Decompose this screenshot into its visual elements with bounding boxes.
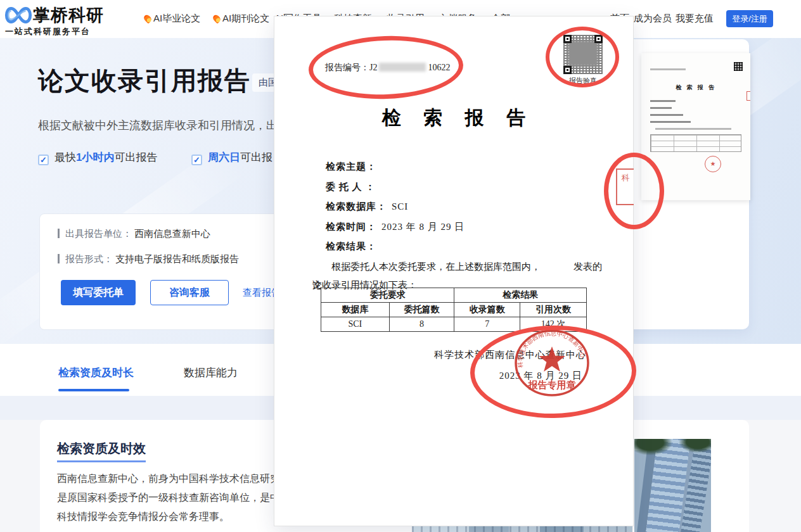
info-label: 报告形式：: [65, 253, 113, 264]
nav-item-membership[interactable]: 成为会员: [634, 13, 672, 25]
report-number-label: 报告编号：: [325, 63, 369, 72]
thumb-stamp-icon: ★: [705, 156, 721, 172]
paragraph-line: 科技情报学会竞争情报分会常务理事。: [57, 507, 311, 526]
section-paragraph: 西南信息查新中心，前身为中国科学技术信息研究所重 是原国家科委授予的一级科技查新…: [57, 469, 311, 526]
thumb-table: [650, 134, 741, 152]
field-label: 检索时间：: [326, 222, 376, 232]
report-number-prefix: J2: [369, 63, 377, 72]
logo-subtitle: 一站式科研服务平台: [5, 26, 91, 37]
info-row-format: 报告形式：支持电子版报告和纸质版报告: [58, 253, 239, 265]
contact-support-button[interactable]: 咨询客服: [150, 280, 229, 305]
feature-text: 可出报: [240, 151, 272, 163]
redacted-blur: [379, 63, 426, 72]
field-result: 检索结果：: [326, 241, 381, 253]
field-date: 检索时间：2023 年 8 月 29 日: [326, 221, 465, 233]
paragraph-line: 西南信息查新中心，前身为中国科学技术信息研究所重: [57, 469, 311, 488]
page-description: 根据文献被中外主流数据库收录和引用情况，出具证: [38, 118, 300, 133]
nav-item-ai-journal[interactable]: AI期刊论文: [214, 13, 269, 25]
page-title: 论文收录引用报告: [38, 63, 251, 98]
flame-icon: [212, 13, 222, 23]
bullet-bar: [58, 254, 60, 263]
report-number-line: 报告编号：J210622: [325, 62, 450, 73]
official-stamp-seal-icon: 科学技术部西南信息中心查新中心 报告专用章: [513, 327, 591, 398]
col-header: 引用次数: [520, 303, 587, 317]
thumb-paging-seal-icon: [747, 91, 750, 101]
field-label: 检索主题：: [326, 162, 376, 172]
info-label: 出具报告单位：: [65, 228, 132, 239]
field-value: 2023 年 8 月 29 日: [381, 222, 465, 232]
foliage: [679, 439, 711, 453]
report-lightbox-modal: 报告编号：J210622 报告验真 检 索 报 告 检索主题： 委 托 人 ： …: [274, 16, 634, 526]
feature-text: 最快: [54, 151, 76, 163]
info-value: 支持电子版报告和纸质版报告: [115, 253, 239, 264]
thumb-line: [655, 128, 731, 130]
svg-text:报告专用章: 报告专用章: [528, 379, 576, 390]
tab-qualification[interactable]: 检索资质及时长: [58, 365, 134, 380]
thumb-line: [650, 100, 676, 102]
col-header: 收录篇数: [454, 303, 520, 317]
field-label: 检索数据库：: [326, 201, 387, 212]
result-table: 委托要求 检索结果 数据库 委托篇数 收录篇数 引用次数 SCI 8 7 142…: [321, 288, 587, 332]
cell-commissioned: 8: [389, 317, 454, 332]
qr-finder-icon: [563, 35, 572, 43]
field-database: 检索数据库：SCI: [326, 201, 408, 213]
tab-database-capability[interactable]: 数据库能力: [184, 365, 238, 380]
flame-icon: [143, 13, 153, 23]
feature-highlight: 周六日: [208, 151, 240, 163]
nav-item-ai-thesis[interactable]: AI毕业论文: [144, 13, 200, 25]
table-header-row: 数据库 委托篇数 收录篇数 引用次数: [321, 303, 587, 317]
thumb-line: [650, 68, 686, 70]
login-register-button[interactable]: 登录/注册: [726, 10, 773, 27]
report-title: 检 索 报 告: [274, 105, 633, 131]
qr-finder-icon: [594, 35, 603, 43]
building-photo: [634, 439, 711, 532]
thumb-report-title: 检 索 报 告: [641, 84, 750, 92]
info-row-issuer: 出具报告单位：西南信息查新中心: [58, 228, 210, 240]
paragraph-text: 根据委托人本次委托要求，在上述数据库范围内，: [331, 262, 541, 272]
col-header: 委托篇数: [389, 303, 454, 317]
group-header: 委托要求: [321, 288, 454, 303]
paging-seal-icon: 科: [616, 168, 634, 205]
logo-title: 掌桥科研: [33, 4, 104, 27]
nav-item-label: AI期刊论文: [222, 13, 269, 23]
feature-text: 可出报告: [114, 151, 157, 163]
cell-indexed: 7: [454, 317, 520, 332]
field-client: 委 托 人 ：: [326, 181, 380, 193]
qr-finder-icon: [563, 66, 572, 74]
paragraph-line: 是原国家科委授予的一级科技查新咨询单位，是中国科技: [57, 488, 311, 507]
logo-infinity-icon: [4, 5, 33, 25]
field-label: 委 托 人 ：: [326, 182, 375, 192]
bullet-bar: [58, 229, 60, 238]
foliage: [634, 439, 672, 455]
section-heading: 检索资质及时效: [57, 440, 146, 462]
nav-item-label: AI毕业论文: [153, 13, 200, 23]
feature-highlight: 1小时内: [76, 151, 114, 163]
qr-redacted-blur: [568, 41, 598, 66]
thumb-line: [650, 114, 683, 116]
col-header: 数据库: [321, 303, 390, 317]
checkbox-check-icon: ✓: [191, 155, 202, 165]
report-number-suffix: 10622: [428, 63, 450, 72]
feature-weekend-report: ✓周六日可出报: [191, 150, 272, 165]
thumb-qr-icon: [734, 62, 743, 71]
nav-item-recharge[interactable]: 我要充值: [676, 13, 714, 25]
fill-order-button[interactable]: 填写委托单: [61, 280, 136, 305]
qr-code-icon: [563, 35, 603, 74]
feature-fast-report: ✓最快1小时内可出报告: [38, 150, 157, 165]
active-tab-underline: [58, 389, 129, 391]
page: 掌桥科研 一站式科研服务平台 AI毕业论文 AI期刊论文 AI写作工具 科技查新…: [0, 0, 801, 532]
info-value: 西南信息查新中心: [134, 228, 210, 239]
qr-verify-label: 报告验真: [557, 76, 609, 86]
thumb-line: [650, 121, 691, 123]
field-value: SCI: [392, 201, 408, 212]
thumb-line: [650, 107, 672, 109]
cell-database: SCI: [321, 317, 390, 332]
field-topic: 检索主题：: [326, 161, 381, 173]
field-label: 检索结果：: [326, 241, 376, 251]
table-group-header-row: 委托要求 检索结果: [321, 288, 587, 303]
checkbox-check-icon: ✓: [38, 155, 49, 165]
group-header: 检索结果: [454, 288, 587, 303]
report-preview-thumbnail[interactable]: 检 索 报 告 ★: [641, 53, 750, 200]
